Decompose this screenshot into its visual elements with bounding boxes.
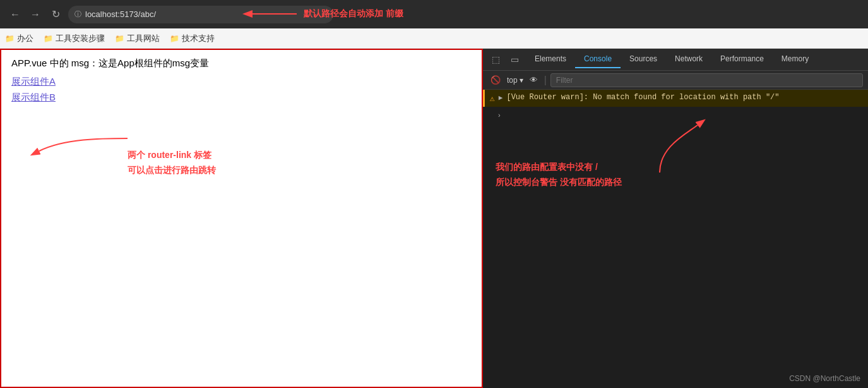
device-icon: ▭ bbox=[511, 54, 519, 64]
console-expand-row: › bbox=[483, 107, 868, 122]
console-warn-text: [Vue Router warn]: No match found for lo… bbox=[506, 93, 779, 102]
url-text: localhost:5173/abc/ bbox=[85, 9, 156, 19]
folder-icon-3: 📁 bbox=[115, 34, 124, 43]
bookmark-tool-website[interactable]: 📁 工具网站 bbox=[115, 33, 160, 44]
refresh-icon: ↻ bbox=[52, 8, 60, 20]
warning-icon: ⚠ bbox=[490, 94, 495, 104]
forward-button[interactable]: → bbox=[28, 7, 43, 22]
bookmark-label-1: 办公 bbox=[17, 33, 33, 44]
back-button[interactable]: ← bbox=[8, 7, 23, 22]
console-warn-row: ⚠ ▶ [Vue Router warn]: No match found fo… bbox=[483, 90, 868, 107]
console-toolbar: 🚫 top ▾ 👁 | bbox=[483, 71, 868, 90]
router-link-annotation: 两个 router-link 标签 可以点击进行路由跳转 bbox=[128, 148, 216, 178]
inspect-icon: ⬚ bbox=[492, 54, 500, 64]
router-annotation-line1: 两个 router-link 标签 bbox=[128, 150, 211, 160]
tab-sources[interactable]: Sources bbox=[621, 51, 666, 68]
devtools-device-button[interactable]: ▭ bbox=[506, 51, 523, 68]
folder-icon-4: 📁 bbox=[170, 34, 179, 43]
tab-elements[interactable]: Elements bbox=[526, 51, 575, 68]
address-bar[interactable]: ⓘ localhost:5173/abc/ bbox=[68, 6, 333, 23]
tab-performance[interactable]: Performance bbox=[711, 51, 773, 68]
csdn-watermark: CSDN @NorthCastle bbox=[789, 374, 860, 383]
toolbar-divider: | bbox=[544, 75, 547, 86]
devtools-annotation: 我们的路由配置表中没有 / 所以控制台警告 没有匹配的路径 bbox=[483, 122, 868, 190]
filter-input[interactable] bbox=[550, 73, 863, 87]
devtools-tabs-bar: ⬚ ▭ Elements Console Sources bbox=[483, 49, 868, 71]
bookmark-tech-support[interactable]: 📁 技术支持 bbox=[170, 33, 215, 44]
devtools-panel: ⬚ ▭ Elements Console Sources bbox=[483, 49, 868, 388]
back-icon: ← bbox=[10, 9, 20, 20]
eye-filter-button[interactable]: 👁 bbox=[527, 74, 540, 86]
router-link-b[interactable]: 展示组件B bbox=[11, 92, 472, 104]
router-link-a[interactable]: 展示组件A bbox=[11, 76, 472, 88]
tab-memory[interactable]: Memory bbox=[773, 51, 817, 68]
folder-icon-1: 📁 bbox=[5, 34, 15, 43]
bookmarks-bar: 📁 办公 📁 工具安装步骤 📁 工具网站 📁 技术支持 bbox=[0, 28, 868, 49]
devtools-annotation-line1: 我们的路由配置表中没有 / bbox=[496, 162, 598, 172]
devtools-inspect-button[interactable]: ⬚ bbox=[487, 51, 504, 68]
bookmark-office[interactable]: 📁 办公 bbox=[5, 33, 33, 44]
forward-icon: → bbox=[30, 9, 40, 20]
bookmark-label-3: 工具网站 bbox=[127, 33, 160, 44]
bookmark-label-4: 技术支持 bbox=[182, 33, 215, 44]
top-label: top bbox=[507, 76, 518, 85]
warn-expand-arrow[interactable]: ▶ bbox=[499, 94, 503, 102]
console-body: ⚠ ▶ [Vue Router warn]: No match found fo… bbox=[483, 90, 868, 388]
router-annotation-line2: 可以点击进行路由跳转 bbox=[128, 165, 216, 175]
app-msg-text: APP.vue 中的 msg：这是App根组件的msg变量 bbox=[11, 58, 472, 70]
folder-icon-2: 📁 bbox=[44, 34, 53, 43]
clear-console-button[interactable]: 🚫 bbox=[488, 74, 503, 86]
bookmark-tools-install[interactable]: 📁 工具安装步骤 bbox=[44, 33, 105, 44]
expand-arrow[interactable]: › bbox=[498, 111, 501, 119]
devtools-annotation-line2: 所以控制台警告 没有匹配的路径 bbox=[496, 177, 622, 187]
tab-network[interactable]: Network bbox=[666, 51, 711, 68]
bookmark-label-2: 工具安装步骤 bbox=[56, 33, 105, 44]
browser-content-area: APP.vue 中的 msg：这是App根组件的msg变量 展示组件A 展示组件… bbox=[0, 49, 483, 388]
tab-console[interactable]: Console bbox=[575, 51, 621, 68]
chevron-down-icon: ▾ bbox=[520, 76, 523, 85]
eye-icon: 👁 bbox=[530, 75, 538, 85]
lock-icon: ⓘ bbox=[74, 9, 81, 19]
clear-icon: 🚫 bbox=[490, 75, 501, 85]
refresh-button[interactable]: ↻ bbox=[48, 7, 63, 22]
context-dropdown[interactable]: top ▾ bbox=[507, 76, 523, 85]
